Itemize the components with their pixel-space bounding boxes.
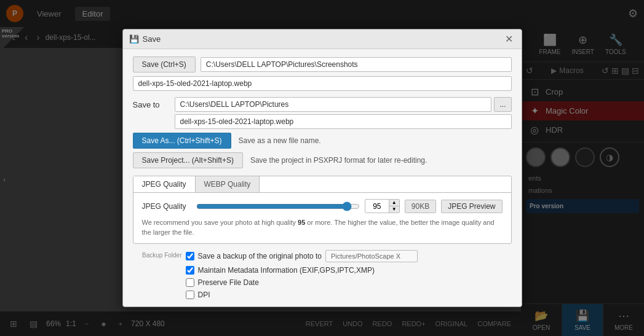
modal-close-btn[interactable]: ✕	[503, 33, 515, 45]
action-rows: Save As... (Ctrl+Shift+S) Save as a new …	[133, 133, 512, 168]
options-section: Backup Folder Save a backup of the origi…	[133, 250, 512, 299]
preserve-date-row: Preserve File Date	[133, 278, 512, 287]
quality-hint: We recommend you save your photo at high…	[142, 218, 503, 237]
backup-folder-area: Backup Folder	[133, 252, 182, 260]
metadata-checkbox[interactable]	[186, 266, 194, 275]
save-as-row: Save As... (Ctrl+Shift+S) Save as a new …	[133, 133, 512, 149]
backup-checkbox[interactable]	[186, 252, 194, 260]
save-ctrl-s-btn[interactable]: Save (Ctrl+S)	[133, 57, 196, 72]
quality-tab-bar: JPEG Quality WEBP Quality	[133, 176, 511, 193]
saveto-path-row: C:\Users\DELL LAPTOP\Pictures ...	[175, 97, 512, 112]
jpeg-quality-label: JPEG Quality	[142, 202, 191, 211]
original-filename-field: dell-xps-15-oled-2021-laptop.webp	[133, 76, 512, 91]
filesize-label: 90KB	[405, 200, 436, 213]
original-path-field: C:\Users\DELL LAPTOP\Pictures\Screenshot…	[201, 57, 512, 72]
quality-value-input[interactable]	[365, 200, 389, 213]
saveto-filename-field: dell-xps-15-oled-2021-laptop.webp	[175, 114, 512, 129]
quality-slider-row: JPEG Quality ▲ ▼ 90KB JPEG Preview	[142, 199, 503, 213]
backup-folder-label: Backup Folder	[133, 252, 182, 259]
saveto-fields: C:\Users\DELL LAPTOP\Pictures ... dell-x…	[175, 97, 512, 129]
save-project-desc: Save the project in PSXPRJ format for la…	[250, 156, 427, 165]
jpeg-quality-tab[interactable]: JPEG Quality	[133, 176, 196, 192]
save-as-desc: Save as a new file name.	[239, 136, 321, 145]
jpeg-preview-btn[interactable]: JPEG Preview	[441, 200, 502, 213]
dpi-checkbox[interactable]	[186, 291, 194, 299]
preserve-date-checkbox[interactable]	[186, 278, 194, 287]
save-row: Save (Ctrl+S) C:\Users\DELL LAPTOP\Pictu…	[133, 57, 512, 72]
backup-checkbox-label: Save a backup of the original photo to	[198, 252, 322, 260]
dpi-label: DPI	[198, 291, 210, 299]
dpi-row: DPI	[133, 291, 512, 299]
backup-path-input[interactable]	[325, 250, 418, 262]
modal-title: 💾 Save	[129, 34, 161, 44]
saveto-section: Save to C:\Users\DELL LAPTOP\Pictures ..…	[133, 97, 512, 129]
quality-tabs-section: JPEG Quality WEBP Quality JPEG Quality ▲…	[133, 176, 512, 244]
metadata-checkbox-label: Maintain Metadata Information (EXIF,GPS,…	[198, 266, 375, 275]
spin-down-btn[interactable]: ▼	[389, 206, 399, 213]
metadata-row: Maintain Metadata Information (EXIF,GPS,…	[133, 266, 512, 275]
preserve-date-label: Preserve File Date	[198, 278, 259, 287]
webp-quality-tab[interactable]: WEBP Quality	[196, 176, 260, 192]
filename-row: dell-xps-15-oled-2021-laptop.webp	[133, 76, 512, 91]
browse-btn[interactable]: ...	[494, 97, 511, 112]
modal-overlay: 💾 Save ✕ Save (Ctrl+S) C:\Users\DELL LAP…	[0, 0, 644, 336]
save-as-btn[interactable]: Save As... (Ctrl+Shift+S)	[133, 133, 231, 149]
saveto-path-field: C:\Users\DELL LAPTOP\Pictures	[175, 97, 492, 112]
modal-titlebar: 💾 Save ✕	[123, 29, 522, 49]
quality-value-box: ▲ ▼	[365, 199, 400, 213]
saveto-label: Save to	[133, 97, 170, 109]
backup-row: Backup Folder Save a backup of the origi…	[133, 250, 512, 262]
quality-spinners: ▲ ▼	[389, 200, 399, 213]
save-title-icon: 💾	[129, 34, 139, 44]
save-project-btn[interactable]: Save Project... (Alt+Shift+S)	[133, 152, 243, 168]
save-project-row: Save Project... (Alt+Shift+S) Save the p…	[133, 152, 512, 168]
spin-up-btn[interactable]: ▲	[389, 200, 399, 206]
save-modal: 💾 Save ✕ Save (Ctrl+S) C:\Users\DELL LAP…	[122, 29, 522, 307]
quality-slider[interactable]	[196, 201, 360, 211]
modal-body: Save (Ctrl+S) C:\Users\DELL LAPTOP\Pictu…	[123, 49, 522, 307]
quality-content: JPEG Quality ▲ ▼ 90KB JPEG Preview	[133, 193, 511, 243]
